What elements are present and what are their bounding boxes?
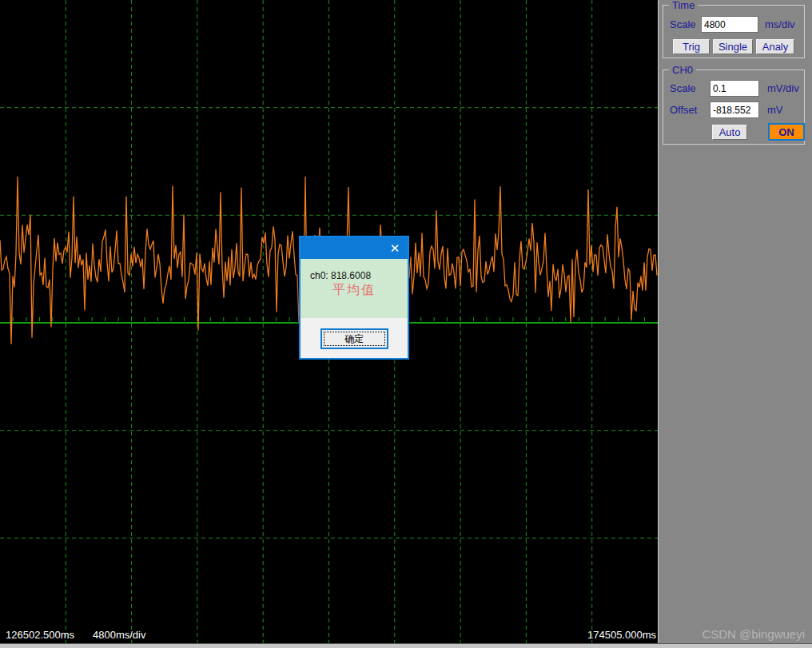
ok-button-label: 确定 <box>344 332 364 346</box>
control-panel: Time Scale ms/div Trig Single Analy CH0 … <box>658 0 812 644</box>
ch0-offset-unit: mV <box>767 104 783 116</box>
ok-button[interactable]: 确定 <box>320 328 388 349</box>
ch0-offset-input[interactable] <box>710 101 759 118</box>
ch0-scale-input[interactable] <box>710 80 759 97</box>
time-scale-input[interactable] <box>701 16 758 33</box>
time-scale-unit: ms/div <box>765 18 795 30</box>
ch0-groupbox: CH0 Scale mV/div Offset mV Auto ON <box>663 70 805 145</box>
trig-button[interactable]: Trig <box>673 39 710 54</box>
ch0-offset-label: Offset <box>670 104 697 116</box>
dialog-message-text: ch0: 818.6008 <box>310 270 408 281</box>
time-group-title: Time <box>669 0 698 11</box>
window-bottom-border <box>0 643 812 648</box>
dialog-annotation-text: 平均值 <box>301 282 408 299</box>
single-button[interactable]: Single <box>713 39 753 54</box>
ch0-group-title: CH0 <box>669 64 696 76</box>
dialog-titlebar[interactable]: ✕ <box>301 237 408 259</box>
ch0-scale-label: Scale <box>670 82 696 94</box>
dialog-body: ch0: 818.6008 平均值 <box>301 259 408 318</box>
ch0-on-toggle[interactable]: ON <box>768 123 805 141</box>
dialog-footer: 确定 <box>301 318 408 360</box>
analy-button[interactable]: Analy <box>756 39 794 54</box>
auto-button[interactable]: Auto <box>712 125 747 140</box>
ch0-scale-unit: mV/div <box>767 82 799 94</box>
time-scale-label: Scale <box>670 18 696 30</box>
time-per-div-readout: 4800ms/div <box>93 629 145 641</box>
time-groupbox: Time Scale ms/div Trig Single Analy <box>663 5 805 58</box>
watermark-text: CSDN @bingwueyi <box>702 627 805 641</box>
close-icon[interactable]: ✕ <box>387 241 403 256</box>
time-start-readout: 126502.500ms <box>6 629 74 641</box>
measurement-dialog: ✕ ch0: 818.6008 平均值 确定 <box>299 236 409 360</box>
time-end-readout: 174505.000ms <box>587 629 656 641</box>
